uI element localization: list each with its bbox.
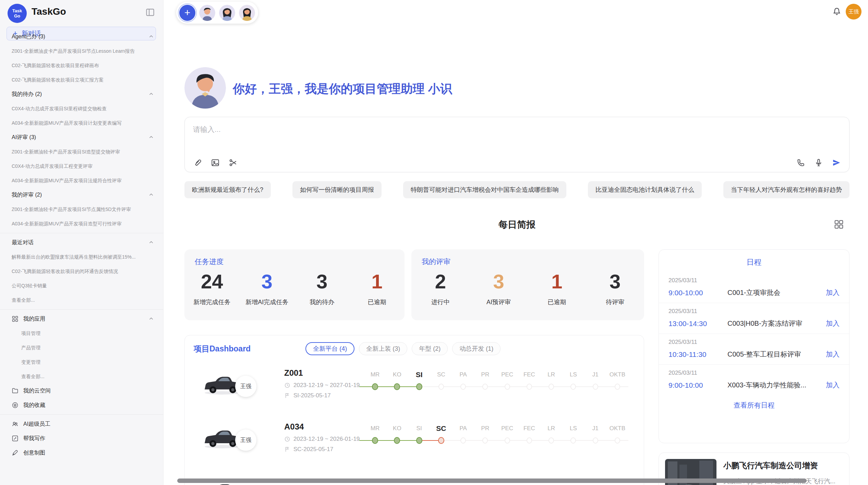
milestone-dot	[548, 437, 554, 444]
horizontal-scrollbar[interactable]	[177, 478, 807, 483]
join-button[interactable]: 加入	[826, 381, 840, 390]
sidebar-item-view-all-apps[interactable]: 查看全部...	[0, 369, 163, 384]
project-flag-date: SC-2025-05-17	[293, 446, 333, 453]
section-header-ai-review[interactable]: AI评审 (3)	[0, 130, 163, 145]
sidebar-item[interactable]: C02-飞腾新能源轻客改款项目立项汇报方案	[0, 73, 163, 87]
event-time: 13:00-14:30	[668, 320, 727, 328]
milestone-dot	[460, 384, 466, 390]
schedule-event: 2025/03/11 9:00-10:00 C001-立项审批会 加入	[659, 272, 849, 303]
sidebar-item[interactable]: C02-飞腾新能源轻客改款项目的闭环通告反馈情况	[0, 264, 163, 278]
sidebar-header: Task Go TaskGo	[0, 0, 163, 26]
tab-year-model[interactable]: 年型 (2)	[412, 342, 448, 355]
assistant-avatar	[184, 67, 226, 109]
logo-text-top: Task	[12, 8, 22, 13]
project-row[interactable]: 王强 Z001 2023-12-19 ~ 2027-01-19 SI-2025-…	[185, 368, 644, 421]
sidebar-item[interactable]: 公司Q3轻卡销量	[0, 278, 163, 293]
suggestion-chip[interactable]: 比亚迪全固态电池计划具体说了什么	[588, 181, 702, 198]
section-header-my-review[interactable]: 我的评审 (2)	[0, 188, 163, 202]
sidebar-item[interactable]: C02-飞腾新能源轻客改款项目里程碑画布	[0, 58, 163, 73]
project-flag-date: SI-2025-05-17	[293, 392, 331, 399]
section-header-agent-done[interactable]: Agent已办 (3)	[0, 29, 163, 44]
chat-input[interactable]	[193, 123, 604, 136]
agent-avatar[interactable]	[199, 5, 215, 21]
pen-icon	[12, 449, 19, 456]
add-conversation-button[interactable]: +	[179, 5, 195, 21]
microphone-icon[interactable]	[814, 158, 823, 167]
task-progress-card: 任务进度 24 新增完成任务 3 新增AI完成任务 3 我的待办 1 已逾期	[184, 249, 405, 320]
view-all-schedule-link[interactable]: 查看所有日程	[659, 401, 849, 410]
project-owner-badge: 王强	[235, 430, 256, 451]
user-avatar[interactable]: 王强	[846, 4, 861, 20]
sidebar-item[interactable]: 解释最新出台的欧盟报废车法规再生塑料比例被调至15%...	[0, 250, 163, 264]
stat-overdue: 1 已逾期	[350, 271, 405, 306]
sidebar-item[interactable]: C0X4-动力总成开发项目工程变更评审	[0, 159, 163, 173]
notifications-bell-icon[interactable]	[832, 7, 842, 16]
image-icon[interactable]	[211, 158, 220, 167]
milestone-label: LR	[540, 370, 562, 380]
sidebar-item-view-all[interactable]: 查看全部...	[0, 293, 163, 307]
scissors-icon[interactable]	[229, 158, 238, 167]
milestone-label-current: SC	[430, 423, 452, 434]
suggestion-chip[interactable]: 欧洲新规最近颁布了什么?	[184, 181, 271, 198]
send-icon[interactable]	[832, 158, 841, 167]
sidebar-item-cloud-space[interactable]: 我的云空间	[0, 384, 163, 398]
flag-icon	[284, 446, 290, 452]
write-icon	[12, 435, 19, 442]
section-header-recent-chats[interactable]: 最近对话	[0, 235, 163, 250]
event-title: C005-整车工程目标评审	[727, 350, 826, 359]
project-row[interactable]: 王强 A034 2023-12-19 ~ 2026-01-19 SC-2025-…	[185, 421, 644, 475]
sidebar-item[interactable]: A034-全新新能源MUV产品开发项目计划变更表编写	[0, 116, 163, 130]
layout-grid-icon[interactable]	[834, 219, 844, 229]
milestone-dot	[505, 384, 510, 390]
sidebar-item[interactable]: A034-全新新能源MUV产品开发项目法规符合性评审	[0, 173, 163, 188]
milestone-label: KO	[386, 423, 408, 434]
join-button[interactable]: 加入	[826, 319, 840, 328]
join-button[interactable]: 加入	[826, 288, 840, 297]
suggestion-chip[interactable]: 当下年轻人对汽车外观有怎样的喜好趋势	[723, 181, 849, 198]
tab-new-body[interactable]: 全新上装 (3)	[359, 342, 407, 355]
folder-icon	[12, 387, 19, 394]
suggestion-chip[interactable]: 如何写一份清晰的项目周报	[292, 181, 382, 198]
event-time: 9:00-10:00	[668, 289, 727, 297]
sidebar-item-creative-drawing[interactable]: 创意制图	[0, 446, 163, 460]
sidebar-item-ai-super-staff[interactable]: AI超级员工	[0, 417, 163, 431]
schedule-event: 2025/03/11 9:00-10:00 X003-车辆动力学性能验... 加…	[659, 365, 849, 395]
chevron-up-icon	[148, 91, 154, 97]
milestone-dot	[615, 437, 620, 444]
sidebar-item-product-mgmt[interactable]: 产品管理	[0, 340, 163, 355]
sidebar-item-favorites[interactable]: 我的收藏	[0, 398, 163, 412]
milestone-dot	[527, 384, 532, 390]
sidebar-collapse-icon[interactable]	[145, 8, 155, 17]
milestone-label: FEC	[518, 423, 540, 434]
sidebar-item[interactable]: C0X4-动力总成开发项目SI里程碑提交物检查	[0, 101, 163, 116]
sidebar-item-project-mgmt[interactable]: 项目管理	[0, 326, 163, 340]
dashboard-title: 项目Dashboard	[194, 344, 251, 354]
suggestion-chip[interactable]: 特朗普可能对进口汽车增税会对中国车企造成哪些影响	[403, 181, 566, 198]
agent-avatar[interactable]	[239, 5, 255, 21]
sidebar-item[interactable]: Z001-全新燃油轻卡产品开发项目SI造型提交物评审	[0, 145, 163, 159]
composer-right-icons	[796, 158, 841, 167]
sidebar-item[interactable]: Z001-全新燃油皮卡产品开发项目SI节点Lesson Learn报告	[0, 44, 163, 58]
app-logo: Task Go	[8, 4, 27, 23]
milestone-label: LS	[562, 370, 584, 380]
sidebar-item-change-mgmt[interactable]: 变更管理	[0, 355, 163, 369]
join-button[interactable]: 加入	[826, 350, 840, 359]
sidebar-item-my-apps[interactable]: 我的应用	[0, 312, 163, 326]
sidebar-item[interactable]: Z001-全新燃油轻卡产品开发项目SI节点属性5D文件评审	[0, 202, 163, 216]
phone-icon[interactable]	[796, 158, 805, 167]
milestone-dot	[416, 383, 422, 390]
milestone-dot	[593, 437, 598, 444]
sidebar-item-help-me-write[interactable]: 帮我写作	[0, 431, 163, 446]
tab-powertrain[interactable]: 动总开发 (1)	[452, 342, 501, 355]
event-time: 10:30-11:30	[668, 350, 727, 359]
chevron-up-icon	[148, 316, 154, 322]
milestone-dot-overdue	[438, 437, 444, 444]
milestone-label: SC	[430, 370, 452, 380]
section-header-my-todo[interactable]: 我的待办 (2)	[0, 87, 163, 101]
tab-all-new-platform[interactable]: 全新平台 (4)	[305, 342, 354, 355]
milestone-label: PR	[474, 423, 496, 434]
agent-avatar[interactable]	[219, 5, 235, 21]
stat-new-done: 24 新增完成任务	[184, 271, 240, 306]
sidebar-item[interactable]: A034-全新新能源MUV产品开发项目造型可行性评审	[0, 216, 163, 231]
paperclip-icon[interactable]	[193, 158, 202, 167]
